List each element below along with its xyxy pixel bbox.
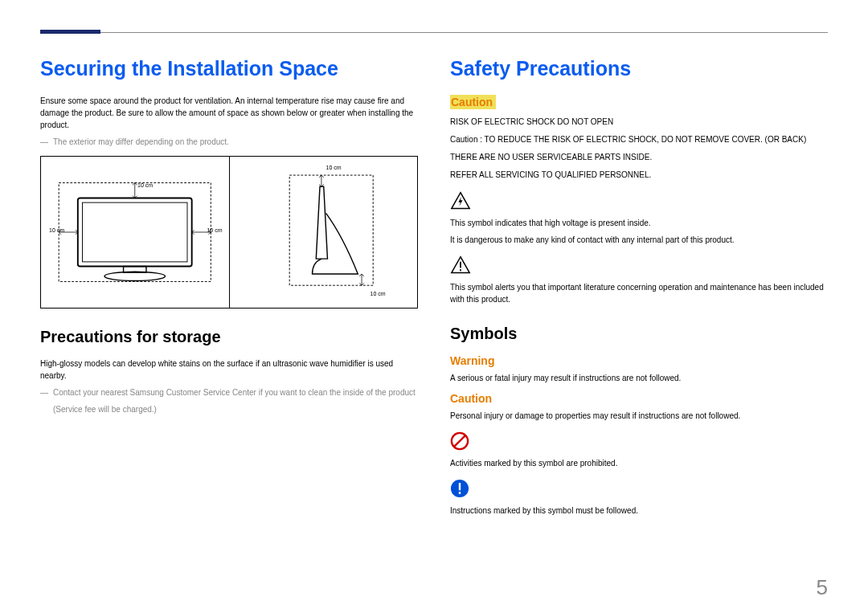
header-rule [40,32,828,33]
heading-safety-precautions: Safety Precautions [450,57,828,80]
literature-symbol-text: This symbol alerts you that important li… [450,281,828,305]
svg-rect-20 [289,175,373,285]
literature-icon-row [450,255,828,278]
intro-text: Ensure some space around the product for… [40,95,418,131]
high-voltage-icon-row [450,191,828,214]
dim-side-top: 10 cm [326,165,342,170]
warning-body: A serious or fatal injury may result if … [450,372,828,384]
caution2-body: Personal injury or damage to properties … [450,410,828,422]
heading-symbols: Symbols [450,325,828,343]
heading-installation-space: Securing the Installation Space [40,57,418,80]
header-accent [40,30,100,34]
storage-body: High-glossy models can develop white sta… [40,358,418,382]
page-number: 5 [817,575,828,600]
hv-symbol-text-1: This symbol indicates that high voltage … [450,217,828,229]
monitor-front-svg [47,163,223,301]
exclamation-triangle-icon [450,255,471,275]
svg-rect-39 [459,492,461,494]
content-columns: Securing the Installation Space Ensure s… [40,57,828,521]
svg-line-28 [362,274,364,276]
follow-body: Instructions marked by this symbol must … [450,505,828,517]
prohibit-icon [450,431,469,451]
diagram-front-view: 10 cm 10 cm 10 cm [41,157,230,308]
svg-rect-33 [460,262,461,268]
caution-line-3: THERE ARE NO USER SERVICEABLE PARTS INSI… [450,151,828,164]
prohibit-icon-row [450,431,828,454]
mandatory-icon [450,479,469,498]
caution-line-2: Caution : TO REDUCE THE RISK OF ELECTRIC… [450,133,828,146]
svg-rect-38 [459,483,461,490]
monitor-side-svg [236,163,411,301]
left-column: Securing the Installation Space Ensure s… [40,57,418,521]
storage-note-sub: (Service fee will be charged.) [40,403,418,415]
svg-line-27 [359,274,362,276]
caution-label: Caution [450,95,496,109]
dim-left: 10 cm [49,227,64,233]
svg-rect-1 [78,198,192,266]
hv-symbol-text-2: It is dangerous to make any kind of cont… [450,234,828,246]
svg-line-23 [321,175,323,178]
prohibit-body: Activities marked by this symbol are pro… [450,457,828,469]
dim-right: 10 cm [207,227,222,233]
right-column: Safety Precautions Caution RISK OF ELECT… [450,57,828,521]
svg-rect-2 [83,202,188,262]
dim-top: 10 cm [137,182,153,188]
diagram-side-view: 10 cm 10 cm [230,157,418,308]
warning-label: Warning [450,354,828,367]
heading-storage-precautions: Precautions for storage [40,328,418,346]
caution-line-4: REFER ALL SERVICING TO QUALIFIED PERSONN… [450,169,828,182]
dim-side-bottom: 10 cm [371,291,386,296]
svg-point-4 [104,272,166,280]
high-voltage-icon [450,191,471,210]
ventilation-diagram: 10 cm 10 cm 10 cm 10 cm 10 cm [40,156,418,309]
exterior-note: The exterior may differ depending on the… [40,136,418,148]
caution2-label: Caution [450,392,828,405]
follow-icon-row [450,479,828,501]
svg-rect-34 [460,269,461,271]
svg-line-36 [454,435,465,447]
storage-note: Contact your nearest Samsung Customer Se… [40,386,418,398]
caution-line-1: RISK OF ELECTRIC SHOCK DO NOT OPEN [450,116,828,129]
